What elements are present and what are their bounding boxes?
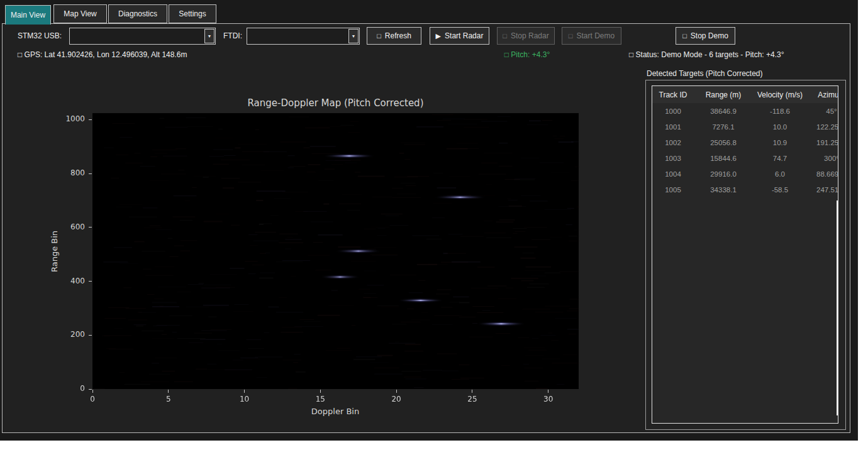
- stop-demo-button-label: Stop Demo: [691, 31, 728, 40]
- cell-range_m: 15844.6: [694, 150, 753, 166]
- range-doppler-plot: [92, 113, 579, 389]
- cell-azimuth: 300°: [807, 150, 838, 166]
- start-radar-button-label: Start Radar: [445, 31, 483, 40]
- cell-velocity_ms: -118.6: [753, 103, 807, 119]
- x-tick-label: 5: [156, 395, 181, 403]
- cell-azimuth: 247.5104: [807, 182, 838, 197]
- stm32-usb-label: STM32 USB:: [18, 31, 62, 40]
- y-tick-label: 1000: [55, 114, 85, 123]
- targets-panel: Track IDRange (m)Velocity (m/s)Azimuth 1…: [645, 80, 846, 430]
- targets-table: Track IDRange (m)Velocity (m/s)Azimuth 1…: [652, 86, 838, 197]
- stop-radar-icon: □: [503, 32, 507, 40]
- cell-velocity_ms: 10.9: [753, 134, 807, 150]
- table-row[interactable]: 100429916.06.088.66998: [652, 166, 838, 182]
- start-demo-button[interactable]: □Start Demo: [562, 27, 621, 45]
- ftdi-combobox[interactable]: ▼: [247, 28, 360, 45]
- start-demo-button-label: Start Demo: [576, 31, 615, 40]
- refresh-button-label: Refresh: [385, 31, 411, 40]
- column-header-range_m[interactable]: Range (m): [694, 86, 753, 103]
- pitch-status-text: □ Pitch: +4.3°: [452, 50, 603, 59]
- column-header-track_id[interactable]: Track ID: [652, 86, 694, 103]
- x-tick-mark: [92, 390, 93, 393]
- ftdi-combobox-value: [247, 28, 348, 44]
- y-tick-label: 400: [55, 277, 85, 285]
- tab-settings[interactable]: Settings: [169, 4, 216, 23]
- cell-velocity_ms: 74.7: [753, 150, 807, 166]
- tab-main-view[interactable]: Main View: [5, 5, 51, 25]
- cell-track_id: 1003: [652, 150, 694, 166]
- cell-track_id: 1000: [652, 103, 694, 119]
- stop-demo-button[interactable]: □Stop Demo: [676, 27, 735, 45]
- cell-range_m: 34338.1: [694, 182, 753, 197]
- y-tick-mark: [89, 119, 92, 120]
- stm32-usb-combobox[interactable]: ▼: [69, 28, 216, 45]
- x-tick-label: 0: [80, 395, 105, 403]
- table-row[interactable]: 10017276.110.0122.2510: [652, 119, 838, 134]
- y-tick-mark: [89, 227, 92, 228]
- cell-range_m: 7276.1: [694, 119, 753, 134]
- targets-table-viewport: Track IDRange (m)Velocity (m/s)Azimuth 1…: [652, 85, 838, 424]
- x-tick-mark: [244, 390, 245, 393]
- column-header-azimuth[interactable]: Azimuth: [807, 86, 838, 103]
- stop-demo-icon: □: [682, 32, 687, 40]
- demo-status-text: □ Status: Demo Mode - 6 targets - Pitch:…: [629, 50, 784, 59]
- x-tick-label: 20: [384, 395, 409, 403]
- cell-range_m: 29916.0: [694, 166, 753, 182]
- x-tick-label: 10: [232, 395, 257, 403]
- table-row[interactable]: 100225056.810.9191.2552: [652, 134, 838, 150]
- refresh-icon: □: [377, 32, 381, 40]
- x-tick-mark: [396, 390, 397, 393]
- cell-track_id: 1005: [652, 182, 694, 197]
- targets-table-header: Track IDRange (m)Velocity (m/s)Azimuth: [652, 86, 838, 103]
- column-header-velocity_ms[interactable]: Velocity (m/s): [753, 86, 807, 103]
- cell-track_id: 1001: [652, 119, 694, 134]
- y-tick-mark: [89, 173, 92, 174]
- x-axis-label: Doppler Bin: [272, 407, 398, 416]
- cell-velocity_ms: -58.5: [753, 182, 807, 197]
- targets-panel-title: Detected Targets (Pitch Corrected): [647, 69, 763, 78]
- y-tick-label: 600: [55, 222, 85, 231]
- cell-range_m: 38646.9: [694, 103, 753, 119]
- y-tick-label: 0: [55, 384, 85, 393]
- x-tick-mark: [472, 390, 472, 393]
- refresh-button[interactable]: □Refresh: [367, 27, 421, 45]
- cell-velocity_ms: 6.0: [753, 166, 807, 182]
- table-row[interactable]: 100315844.674.7300°: [652, 150, 838, 166]
- y-tick-mark: [89, 281, 92, 282]
- y-tick-mark: [89, 335, 92, 336]
- table-row[interactable]: 100038646.9-118.645°: [652, 103, 838, 119]
- table-row[interactable]: 100534338.1-58.5247.5104: [652, 182, 838, 197]
- y-axis-label: Range Bin: [50, 231, 59, 272]
- y-tick-label: 200: [55, 330, 85, 339]
- start-radar-icon: ▶: [436, 32, 441, 40]
- cell-track_id: 1002: [652, 134, 694, 150]
- x-tick-label: 15: [308, 395, 333, 403]
- ftdi-label: FTDI:: [223, 31, 242, 40]
- cell-azimuth: 122.2510: [807, 119, 838, 134]
- y-tick-mark: [89, 389, 92, 390]
- tab-diagnostics[interactable]: Diagnostics: [108, 4, 167, 23]
- cell-range_m: 25056.8: [694, 134, 753, 150]
- range-doppler-heatmap: [92, 113, 579, 389]
- app-window: Main ViewMap ViewDiagnosticsSettings STM…: [0, 0, 858, 441]
- start-demo-icon: □: [569, 32, 573, 40]
- x-tick-mark: [320, 390, 321, 393]
- vertical-scrollbar[interactable]: [837, 200, 838, 415]
- stm32-usb-combobox-value: [70, 28, 204, 44]
- chevron-down-icon[interactable]: ▼: [204, 29, 214, 43]
- cell-azimuth: 88.66998: [807, 166, 838, 182]
- x-tick-mark: [548, 390, 548, 393]
- chevron-down-icon[interactable]: ▼: [348, 29, 359, 43]
- cell-azimuth: 45°: [807, 103, 838, 119]
- x-tick-mark: [168, 390, 169, 393]
- cell-velocity_ms: 10.0: [753, 119, 807, 134]
- chart-title: Range-Doppler Map (Pitch Corrected): [92, 97, 579, 109]
- tab-map-view[interactable]: Map View: [53, 4, 107, 23]
- x-tick-label: 25: [460, 395, 485, 403]
- stop-radar-button[interactable]: □Stop Radar: [497, 27, 555, 45]
- stop-radar-button-label: Stop Radar: [511, 31, 549, 40]
- y-tick-label: 800: [55, 168, 85, 177]
- cell-azimuth: 191.2552: [807, 134, 838, 150]
- x-tick-label: 30: [536, 395, 561, 403]
- start-radar-button[interactable]: ▶Start Radar: [430, 27, 489, 45]
